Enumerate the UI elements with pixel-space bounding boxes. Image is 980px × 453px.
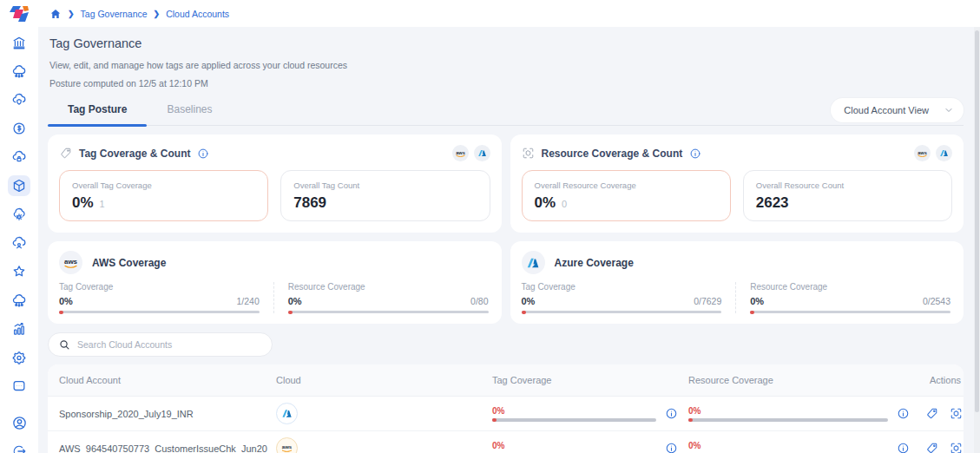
tag-icon <box>925 442 938 453</box>
main-content: Tag Governance View, edit, and manage ho… <box>38 27 980 453</box>
metric-ratio: 0/2543 <box>923 296 950 306</box>
star-icon <box>11 264 27 279</box>
resource-icon <box>950 407 963 420</box>
aws-resource-coverage-metric: Resource Coverage 0% 0/80 <box>273 282 490 313</box>
info-icon[interactable] <box>689 148 701 160</box>
provider-cards-row: aws AWS Coverage Tag Coverage 0% 1/240 R… <box>48 241 964 324</box>
col-header-resource-coverage: Resource Coverage <box>688 375 920 385</box>
resource-coverage-info-button[interactable] <box>897 442 910 453</box>
metric-pct: 0% <box>59 296 73 306</box>
view-resources-action-button[interactable] <box>950 407 963 420</box>
cloud-network-icon <box>11 292 27 308</box>
sidebar-item-settings[interactable] <box>8 347 30 368</box>
breadcrumb-cloud-accounts[interactable]: Cloud Accounts <box>166 9 229 19</box>
aws-tag-coverage-metric: Tag Coverage 0% 1/240 <box>59 282 273 313</box>
overall-tag-count-card: Overall Tag Count 7869 <box>280 170 490 221</box>
resource-icon <box>522 147 535 160</box>
azure-tag-coverage-metric: Tag Coverage 0% 0/7629 <box>522 282 736 313</box>
view-tags-action-button[interactable] <box>925 442 938 453</box>
tabs-bar: Tag Posture Baselines Cloud Account View <box>48 95 964 126</box>
azure-logo-icon <box>939 148 949 158</box>
breadcrumb-tag-governance[interactable]: Tag Governance <box>81 9 148 19</box>
aws-logo-icon: aws <box>917 149 928 158</box>
metric-pct: 0% <box>750 296 764 306</box>
overall-resource-count-label: Overall Resource Count <box>756 181 939 190</box>
sidebar-item-cloud-lock[interactable] <box>8 147 30 167</box>
resources-cube-icon <box>11 178 27 194</box>
tag-card-title: Tag Coverage & Count <box>79 148 190 160</box>
resource-coverage-count-card: Resource Coverage & Count aws <box>510 135 964 233</box>
sidebar-item-cloud-sync[interactable] <box>8 290 30 311</box>
overall-tag-coverage-card: Overall Tag Coverage 0% 1 <box>59 170 268 221</box>
overall-tag-coverage-sub: 1 <box>100 199 105 209</box>
account-name[interactable]: Sponsorship_2020_July19_INR <box>59 409 276 419</box>
info-icon[interactable] <box>197 148 209 160</box>
col-header-tag-coverage: Tag Coverage <box>492 375 688 385</box>
resource-coverage-pct: 0% <box>688 406 888 416</box>
sidebar-item-cloud-shield[interactable] <box>8 89 30 110</box>
governance-bank-icon <box>11 35 27 50</box>
metric-ratio: 0/7629 <box>694 296 721 306</box>
sidebar-item-governance[interactable] <box>8 32 30 53</box>
sidebar-item-cloud-network[interactable] <box>8 61 30 82</box>
view-resources-action-button[interactable] <box>950 442 963 453</box>
svg-text:aws: aws <box>918 149 927 154</box>
view-tags-action-button[interactable] <box>925 407 938 420</box>
table-row: Sponsorship_2020_July19_INR 0% <box>48 397 964 431</box>
sidebar-item-logout[interactable] <box>8 441 30 453</box>
azure-resource-coverage-metric: Resource Coverage 0% 0/2543 <box>735 282 952 313</box>
sidebar-item-resources[interactable] <box>8 175 30 196</box>
tag-coverage-info-button[interactable] <box>665 407 678 420</box>
search-input[interactable] <box>77 339 261 350</box>
cloud-lock-icon <box>11 149 27 165</box>
chevron-down-icon <box>944 106 953 115</box>
breadcrumb-separator: ❯ <box>154 10 161 18</box>
metric-label: Resource Coverage <box>288 282 489 292</box>
tag-coverage-info-button[interactable] <box>665 442 678 453</box>
sidebar-item-chat[interactable] <box>8 376 30 397</box>
scrollbar-thumb[interactable] <box>975 30 979 412</box>
aws-filter-badge[interactable]: aws <box>914 145 931 161</box>
sidebar-item-cloud-gear[interactable] <box>8 204 30 225</box>
info-icon <box>665 407 678 420</box>
overall-resource-coverage-label: Overall Resource Coverage <box>535 181 718 190</box>
metric-ratio: 1/240 <box>236 296 259 306</box>
sidebar-item-favorites[interactable] <box>8 261 30 282</box>
resource-card-title: Resource Coverage & Count <box>542 148 683 160</box>
progress-bar <box>750 311 950 313</box>
cloud-account-icon <box>11 235 27 251</box>
page-subtitle: View, edit, and manage how tags are appl… <box>49 60 962 70</box>
sidebar-item-profile[interactable] <box>8 412 30 433</box>
tab-tag-posture[interactable]: Tag Posture <box>48 103 147 125</box>
breadcrumb-separator: ❯ <box>68 10 75 18</box>
sidebar-item-cloud-account[interactable] <box>8 233 30 253</box>
overall-tag-coverage-value: 0% <box>72 194 94 212</box>
view-selector-dropdown[interactable]: Cloud Account View <box>831 98 964 122</box>
overall-resource-count-card: Overall Resource Count 2623 <box>743 170 952 221</box>
tab-baselines[interactable]: Baselines <box>147 103 232 125</box>
azure-filter-badge[interactable] <box>936 145 952 161</box>
azure-filter-badge[interactable] <box>474 145 490 161</box>
vertical-scrollbar[interactable] <box>974 27 980 453</box>
sidebar-nav <box>0 27 38 453</box>
resource-coverage-info-button[interactable] <box>897 407 910 420</box>
metric-label: Resource Coverage <box>750 282 950 292</box>
tag-coverage-bar <box>492 418 656 422</box>
app-logo-icon <box>8 4 30 23</box>
settings-gear-icon <box>11 350 27 365</box>
home-icon[interactable] <box>49 8 62 20</box>
progress-bar <box>522 311 722 313</box>
azure-logo-icon <box>526 256 540 270</box>
profile-icon <box>11 415 28 431</box>
col-header-actions: Actions <box>920 375 964 385</box>
top-bar: ❯ Tag Governance ❯ Cloud Accounts <box>0 0 980 27</box>
app-logo[interactable] <box>0 4 38 23</box>
account-name[interactable]: AWS_964540750773_CustomerIssueChk_Jun20 <box>59 443 276 453</box>
overall-tag-count-label: Overall Tag Count <box>293 181 477 190</box>
tag-coverage-pct: 0% <box>492 441 656 450</box>
sidebar-item-cost[interactable] <box>8 118 30 139</box>
sidebar-item-analytics[interactable] <box>8 318 30 339</box>
azure-provider-badge <box>522 251 545 274</box>
search-cloud-accounts <box>48 332 273 357</box>
aws-filter-badge[interactable]: aws <box>452 145 469 161</box>
